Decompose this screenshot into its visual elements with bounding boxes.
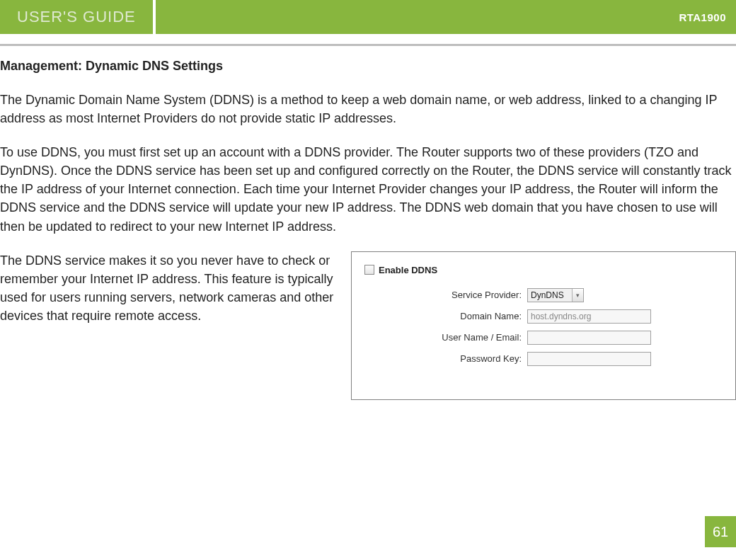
domain-name-input[interactable]: [527, 309, 651, 324]
enable-ddns-label: Enable DDNS: [379, 265, 437, 275]
paragraph-intro: The Dynamic Domain Name System (DDNS) is…: [0, 91, 736, 127]
paragraph-setup: To use DDNS, you must first set up an ac…: [0, 143, 736, 235]
header-title: USER'S GUIDE: [17, 8, 136, 26]
service-provider-select[interactable]: DynDNS ▾: [527, 288, 584, 302]
header-bar: USER'S GUIDE RTA1900: [0, 0, 736, 34]
user-name-label: User Name / Email:: [364, 332, 527, 343]
domain-name-row: Domain Name:: [364, 309, 723, 324]
service-provider-label: Service Provider:: [364, 290, 527, 300]
password-label: Password Key:: [364, 353, 527, 364]
enable-ddns-row: Enable DDNS: [364, 265, 723, 275]
service-provider-value: DynDNS: [531, 290, 564, 300]
header-model: RTA1900: [679, 11, 726, 23]
password-row: Password Key:: [364, 352, 723, 366]
section-title: Management: Dynamic DNS Settings: [0, 59, 736, 74]
service-provider-row: Service Provider: DynDNS ▾: [364, 288, 723, 302]
content-area: Management: Dynamic DNS Settings The Dyn…: [0, 46, 736, 400]
domain-name-label: Domain Name:: [364, 311, 527, 321]
user-name-row: User Name / Email:: [364, 331, 723, 345]
chevron-down-icon: ▾: [572, 289, 583, 302]
enable-ddns-checkbox[interactable]: [364, 265, 374, 275]
page-number: 61: [705, 516, 736, 547]
paragraph-usage: The DDNS service makes it so you never h…: [0, 251, 334, 325]
password-input[interactable]: [527, 352, 651, 366]
user-name-input[interactable]: [527, 331, 651, 345]
ddns-settings-panel: Enable DDNS Service Provider: DynDNS ▾ D…: [351, 251, 736, 400]
